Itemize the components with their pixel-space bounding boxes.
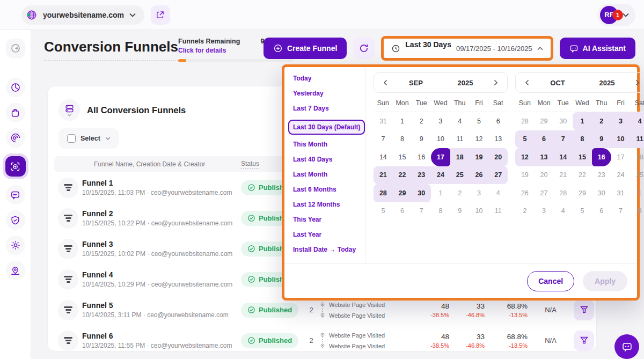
calendar-day[interactable]: 5 [470, 112, 489, 130]
calendar-day[interactable]: 13 [488, 130, 508, 149]
funnels-stack-icon[interactable] [58, 99, 80, 121]
calendar-day[interactable]: 12 [470, 130, 489, 149]
calendar-day[interactable]: 6 [592, 202, 611, 221]
preset-today[interactable]: Today [293, 75, 360, 82]
calendar-day[interactable]: 4 [630, 112, 644, 130]
funnel-row[interactable]: Funnel 610/13/2025, 11:55 PM · ceo@yourw… [54, 325, 590, 351]
preset-last-6-months[interactable]: Last 6 Months [293, 186, 360, 193]
calendar-day[interactable]: 30 [412, 184, 431, 202]
calendar-day[interactable]: 29 [393, 184, 412, 202]
calendar-day[interactable]: 1 [630, 184, 644, 202]
calendar-day[interactable]: 10 [611, 130, 631, 149]
calendar-day[interactable]: 5 [515, 130, 535, 149]
apply-button[interactable]: Apply [583, 271, 627, 291]
calendar-day[interactable]: 7 [553, 130, 573, 149]
calendar-day[interactable]: 21 [374, 166, 393, 185]
cancel-button[interactable]: Cancel [527, 271, 574, 291]
calendar-day[interactable]: 8 [431, 202, 450, 221]
select-checkbox[interactable] [67, 134, 76, 143]
calendar-day[interactable]: 14 [374, 148, 393, 166]
preset-last-40-days[interactable]: Last 40 Days [293, 156, 360, 163]
calendar-day[interactable]: 29 [535, 112, 554, 130]
calendar-day[interactable]: 2 [592, 112, 611, 130]
calendar-day[interactable]: 10 [431, 130, 450, 149]
calendar-day[interactable]: 26 [470, 166, 489, 185]
select-dropdown[interactable]: Select [58, 128, 119, 149]
calendar-day[interactable]: 27 [535, 184, 554, 202]
calendar-day[interactable]: 2 [412, 112, 431, 130]
calendar-day[interactable]: 30 [553, 112, 573, 130]
calendar-day[interactable]: 2 [515, 202, 535, 221]
calendar-day[interactable]: 15 [573, 148, 592, 166]
funnel-view-button[interactable] [574, 331, 594, 351]
next-month-icon[interactable] [490, 77, 501, 88]
sidebar-item-funnels-active[interactable] [3, 153, 28, 179]
calendar-day[interactable]: 7 [412, 202, 431, 221]
sidebar-item-pie-chart[interactable] [6, 78, 25, 97]
calendar-day[interactable]: 27 [488, 166, 508, 185]
click-for-details-link[interactable]: Click for details [178, 47, 226, 54]
sidebar-toggle-icon[interactable] [6, 39, 25, 58]
calendar-day[interactable]: 11 [630, 130, 644, 149]
sidebar-item-spiral[interactable] [6, 128, 25, 148]
calendar-day[interactable]: 2 [450, 184, 470, 202]
calendar-day[interactable]: 30 [592, 184, 611, 202]
column-header-status[interactable]: Status [241, 160, 259, 169]
calendar-day[interactable]: 28 [374, 184, 393, 202]
calendar-day[interactable]: 3 [431, 112, 450, 130]
date-range-button[interactable]: Last 30 Days 09/17/2025 - 10/16/2025 [384, 39, 550, 58]
calendar-day[interactable]: 18 [630, 148, 644, 166]
calendar-day[interactable]: 6 [393, 202, 412, 221]
calendar-day[interactable]: 31 [374, 112, 393, 130]
calendar-day[interactable]: 9 [412, 130, 431, 149]
prev-month-icon[interactable] [380, 77, 391, 88]
calendar-day[interactable]: 25 [630, 166, 644, 185]
calendar-day[interactable]: 8 [573, 130, 592, 149]
preset-this-month[interactable]: This Month [293, 141, 360, 148]
calendar-day[interactable]: 9 [450, 202, 470, 221]
calendar-day[interactable]: 4 [450, 112, 470, 130]
calendar-day[interactable]: 8 [393, 130, 412, 149]
account-menu[interactable]: RF 1 [597, 4, 635, 26]
calendar-day[interactable]: 1 [393, 112, 412, 130]
ai-assistant-button[interactable]: AI Assistant [560, 38, 635, 59]
calendar-day[interactable]: 28 [553, 184, 573, 202]
calendar-day[interactable]: 3 [470, 184, 489, 202]
next-month-icon[interactable] [632, 77, 642, 88]
calendar-day[interactable]: 24 [611, 166, 631, 185]
calendar-day[interactable]: 5 [573, 202, 592, 221]
calendar-day[interactable]: 20 [535, 166, 554, 185]
refresh-button[interactable] [353, 38, 375, 59]
calendar-day[interactable]: 15 [393, 148, 412, 166]
preset-install-date-today[interactable]: Install Date → Today [293, 246, 360, 253]
calendar-day[interactable]: 17 [611, 148, 631, 166]
calendar-day[interactable]: 1 [431, 184, 450, 202]
calendar-day[interactable]: 29 [573, 184, 592, 202]
calendar-day[interactable]: 19 [515, 166, 535, 185]
calendar-day[interactable]: 7 [611, 202, 631, 221]
open-site-button[interactable] [151, 5, 170, 25]
site-selector[interactable]: yourwebsitename.com [21, 5, 144, 25]
preset-last-7-days[interactable]: Last 7 Days [293, 105, 360, 112]
preset-last-month[interactable]: Last Month [293, 171, 360, 178]
calendar-day[interactable]: 6 [488, 112, 508, 130]
calendar-day[interactable]: 6 [535, 130, 554, 149]
calendar-day[interactable]: 22 [573, 166, 592, 185]
calendar-day[interactable]: 13 [535, 148, 554, 166]
calendar-day[interactable]: 18 [450, 148, 470, 166]
calendar-day[interactable]: 5 [374, 202, 393, 221]
funnel-view-button[interactable] [574, 300, 594, 320]
calendar-day[interactable]: 11 [488, 202, 508, 221]
calendar-day[interactable]: 21 [553, 166, 573, 185]
help-chat-fab[interactable] [614, 334, 639, 359]
calendar-day[interactable]: 10 [470, 202, 489, 221]
calendar-day[interactable]: 7 [374, 130, 393, 149]
calendar-day[interactable]: 12 [515, 148, 535, 166]
calendar-day[interactable]: 17 [431, 148, 450, 166]
sidebar-item-chat[interactable] [6, 185, 25, 204]
calendar-day[interactable]: 3 [535, 202, 554, 221]
preset-last-12-months[interactable]: Last 12 Months [293, 201, 360, 208]
sidebar-item-location[interactable] [6, 261, 25, 280]
calendar-day[interactable]: 22 [393, 166, 412, 185]
sidebar-item-shield-check[interactable] [6, 210, 25, 230]
